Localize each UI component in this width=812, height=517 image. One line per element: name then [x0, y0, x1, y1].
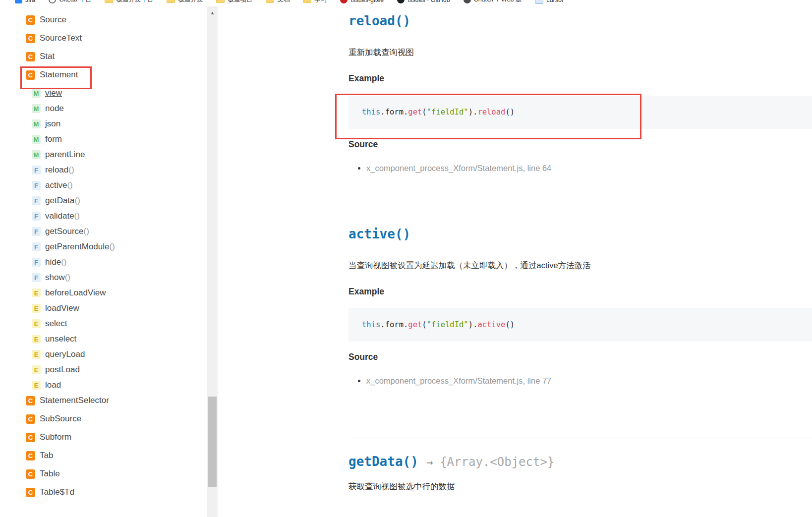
sidebar-item-select[interactable]: Eselect — [0, 318, 207, 330]
sidebar-item-getsource[interactable]: FgetSource() — [0, 226, 207, 237]
returns-arrow: → — [426, 456, 433, 468]
sidebar-item-validate[interactable]: Fvalidate() — [0, 210, 207, 222]
sidebar-item-json[interactable]: Mjson — [0, 118, 207, 130]
code-token: ( — [422, 108, 426, 116]
sidebar-item-label: validate — [45, 211, 74, 221]
function-icon: F — [32, 242, 41, 251]
sidebar-item-getparentmodule[interactable]: FgetParentModule() — [0, 241, 207, 253]
sidebar-item-queryload[interactable]: EqueryLoad — [0, 348, 207, 360]
class-icon: C — [26, 70, 35, 80]
scrollbar-thumb[interactable] — [208, 397, 217, 487]
bookmark-item[interactable]: 学习 — [303, 0, 327, 4]
sidebar-item-subsource[interactable]: CSubSource — [0, 413, 207, 425]
sidebar-item-node[interactable]: Mnode — [0, 103, 207, 115]
event-icon: E — [32, 365, 41, 374]
event-icon: E — [32, 350, 41, 359]
sidebar-item-label: Source — [40, 15, 66, 25]
function-icon: F — [32, 212, 41, 221]
class-icon: C — [26, 396, 35, 405]
sidebar-item-label: getData — [45, 196, 75, 206]
scrollbar-up-arrow-icon[interactable]: ▲ — [207, 10, 218, 15]
sidebar-item-hide[interactable]: Fhide() — [0, 256, 207, 268]
sidebar-item-active[interactable]: Factive() — [0, 179, 207, 191]
folder-icon — [167, 0, 175, 3]
sidebar-item-label: unselect — [45, 334, 76, 344]
code-token: "fieldId" — [427, 108, 468, 116]
bookmark-label: issues-gitee — [350, 0, 384, 3]
sidebar-item-reload[interactable]: Freload() — [0, 164, 207, 176]
method-icon: M — [32, 150, 41, 159]
sidebar-item-source[interactable]: CSource — [0, 14, 207, 26]
cursor-icon — [535, 0, 543, 4]
sidebar-item-postload[interactable]: EpostLoad — [0, 364, 207, 376]
code-token: get — [408, 108, 422, 116]
bookmark-label: GitLab 平台 — [59, 0, 91, 4]
bookmark-label: ChatGPT Web 版 — [474, 0, 522, 4]
sidebar-item-sourcetext[interactable]: CSourceText — [0, 32, 207, 44]
bookmark-item[interactable]: ChatGPT Web 版 — [464, 0, 522, 4]
function-icon: F — [32, 258, 41, 267]
sidebar-item-statement[interactable]: CStatement — [0, 69, 207, 81]
bookmark-item[interactable]: 极速开发平台 — [105, 0, 153, 4]
code-token: form — [385, 108, 404, 116]
sidebar-item-form[interactable]: Mform — [0, 133, 207, 145]
method-icon: M — [32, 104, 41, 113]
sidebar-item-subform[interactable]: CSubform — [0, 431, 207, 443]
class-icon: C — [26, 488, 35, 497]
sidebar-item-label: beforeLoadView — [45, 288, 106, 298]
sidebar-item-label: SubSource — [40, 414, 81, 424]
bookmark-item[interactable]: Jira — [15, 0, 35, 3]
globe-icon — [49, 0, 56, 3]
code-line: this.form.get("fieldId").active() — [362, 320, 515, 329]
bookmark-item[interactable]: 极速开发 — [167, 0, 203, 4]
bookmark-item[interactable]: 文档 — [266, 0, 290, 4]
bookmarks-row: JiraGitLab 平台极速开发平台极速开发极速项目文档学习issues-gi… — [0, 0, 812, 4]
folder-icon — [266, 0, 274, 3]
sidebar-item-label: select — [45, 319, 67, 329]
sidebar-item-load[interactable]: Eload — [0, 379, 207, 391]
sidebar-item-label: Stat — [40, 52, 55, 61]
bookmark-label: 极速开发 — [178, 0, 203, 4]
function-icon: F — [32, 273, 41, 282]
sidebar-item-beforeloadview[interactable]: EbeforeLoadView — [0, 287, 207, 299]
sidebar-item-tab[interactable]: CTab — [0, 450, 207, 461]
sidebar-item-label: postLoad — [45, 365, 80, 375]
sidebar-item-label: StatementSelector — [40, 396, 109, 405]
event-icon: E — [32, 335, 41, 344]
bookmark-label: 文档 — [277, 0, 290, 4]
bookmark-item[interactable]: cursor — [535, 0, 564, 4]
sidebar-item-loadview[interactable]: EloadView — [0, 302, 207, 314]
method-description-getdata: 获取查询视图被选中行的数据 — [348, 481, 812, 492]
code-token: . — [380, 108, 385, 116]
code-line: this.form.get("fieldId").reload() — [362, 108, 515, 116]
method-heading-reload: reload() — [348, 12, 812, 29]
bookmark-item[interactable]: 极速项目 — [216, 0, 252, 4]
method-signature: getData() — [348, 454, 418, 469]
sidebar-item-show[interactable]: Fshow() — [0, 272, 207, 284]
sidebar-item-label: loadView — [45, 303, 79, 313]
sidebar-item-parens: () — [65, 273, 70, 283]
sidebar-item-statementselector[interactable]: CStatementSelector — [0, 395, 207, 406]
code-token: reload — [477, 108, 505, 116]
sidebar-item-label: Subform — [40, 432, 71, 442]
sidebar-item-label: queryLoad — [45, 349, 85, 359]
source-file-link[interactable]: x_component_process_Xform/Statement.js — [366, 376, 523, 385]
source-item: x_component_process_Xform/Statement.js, … — [366, 163, 812, 174]
sidebar-item-table-td[interactable]: CTable$Td — [0, 486, 207, 498]
event-icon: E — [32, 319, 41, 328]
sidebar-item-getdata[interactable]: FgetData() — [0, 195, 207, 207]
sidebar-item-view[interactable]: Mview — [0, 87, 207, 99]
bookmark-item[interactable]: GitLab 平台 — [49, 0, 91, 4]
sidebar-item-table[interactable]: CTable — [0, 468, 207, 480]
sidebar-item-unselect[interactable]: Eunselect — [0, 333, 207, 345]
sidebar-item-label: reload — [45, 165, 68, 175]
sidebar-scrollbar[interactable]: ▲ — [207, 6, 218, 517]
bookmark-item[interactable]: issues-gitee — [340, 0, 384, 3]
method-heading-active: active() — [348, 226, 812, 242]
sidebar-item-parens: () — [67, 180, 72, 190]
source-file-link[interactable]: x_component_process_Xform/Statement.js — [366, 164, 523, 172]
sidebar-item-parentline[interactable]: MparentLine — [0, 149, 207, 161]
code-example-active: this.form.get("fieldId").active() — [348, 308, 812, 342]
sidebar-item-stat[interactable]: CStat — [0, 51, 207, 62]
bookmark-item[interactable]: issues · GitHub — [397, 0, 450, 3]
